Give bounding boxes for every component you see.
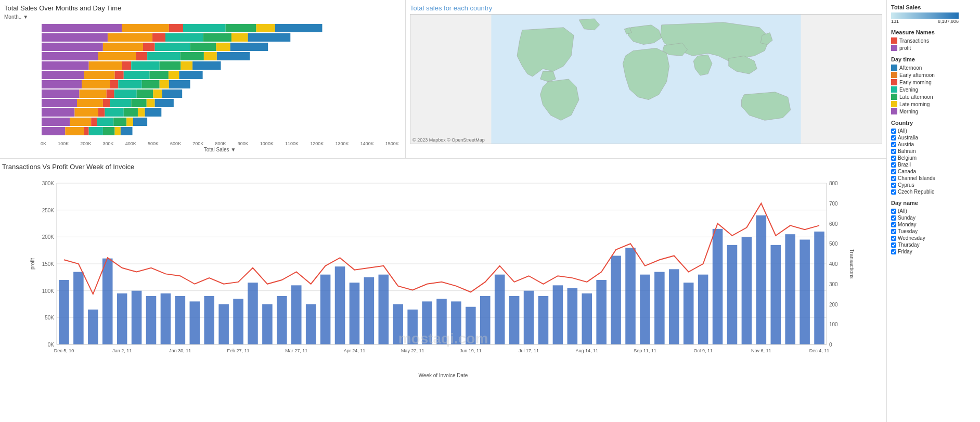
- day-name-checkbox-item: Sunday: [891, 215, 976, 221]
- day-time-label-item: Morning: [899, 109, 918, 114]
- day-time-items-list: AfternoonEarly afternoonEarly morningEve…: [891, 65, 976, 114]
- svg-text:100K: 100K: [42, 288, 55, 294]
- svg-rect-87: [133, 118, 147, 126]
- svg-rect-46: [169, 71, 179, 79]
- svg-rect-34: [89, 61, 122, 70]
- bar-chart-svg: NovemberDecemberOctoberSeptemberMayJuneM…: [42, 22, 395, 139]
- svg-rect-147: [684, 283, 694, 344]
- svg-rect-123: [335, 266, 345, 344]
- svg-rect-145: [654, 272, 665, 345]
- bar-axis-title[interactable]: Total Sales ▼: [4, 147, 399, 152]
- svg-rect-108: [117, 293, 127, 344]
- svg-rect-135: [509, 296, 520, 344]
- day-name-checkbox-item: Wednesday: [891, 235, 976, 241]
- svg-text:Dec 5, 10: Dec 5, 10: [54, 348, 74, 353]
- svg-rect-137: [538, 296, 549, 344]
- day-name-items-list: (All)SundayMondayTuesdayWednesdayThursda…: [891, 208, 976, 254]
- svg-rect-71: [155, 99, 174, 107]
- svg-text:700: 700: [829, 201, 838, 207]
- right-sidebar: Total Sales 131 8,187,806 Measure Names …: [886, 0, 980, 422]
- svg-text:Jun 19, 11: Jun 19, 11: [460, 348, 482, 353]
- country-checkbox[interactable]: [891, 169, 896, 174]
- svg-text:600: 600: [829, 221, 838, 227]
- day-time-legend-item: Evening: [891, 86, 976, 93]
- day-name-checkbox[interactable]: [891, 249, 896, 254]
- svg-rect-114: [204, 296, 214, 344]
- country-checkbox[interactable]: [891, 189, 896, 195]
- map-copyright: © 2023 Mapbox © OpenStreetMap: [412, 137, 485, 143]
- svg-rect-122: [320, 275, 331, 344]
- svg-rect-41: [42, 71, 84, 79]
- svg-text:500: 500: [829, 241, 838, 247]
- measure-items-list: Transactionsprofit: [891, 37, 976, 51]
- day-time-label-item: Early morning: [899, 80, 932, 85]
- svg-rect-21: [190, 43, 216, 51]
- day-name-checkbox[interactable]: [891, 242, 896, 248]
- svg-rect-142: [611, 256, 621, 345]
- country-name: Cyprus: [898, 182, 914, 188]
- day-time-legend-item: Early morning: [891, 79, 976, 85]
- day-name-checkbox[interactable]: [891, 236, 896, 241]
- svg-rect-77: [124, 108, 138, 117]
- svg-text:Sep 11, 11: Sep 11, 11: [634, 348, 656, 353]
- svg-rect-51: [110, 80, 118, 88]
- color-max: 8,187,806: [938, 19, 959, 24]
- svg-text:50K: 50K: [45, 315, 54, 321]
- bar-x-axis: 0K100K200K300K400K500K600K700K800K900K10…: [4, 141, 399, 146]
- svg-rect-140: [582, 293, 592, 344]
- day-name-section: Day name (All)SundayMondayTuesdayWednesd…: [891, 200, 976, 254]
- svg-rect-155: [800, 240, 810, 345]
- country-checkbox[interactable]: [891, 183, 896, 188]
- country-checkbox[interactable]: [891, 149, 896, 154]
- svg-rect-112: [175, 296, 186, 344]
- svg-rect-93: [103, 127, 115, 135]
- svg-rect-22: [216, 43, 230, 51]
- day-name-label: (All): [898, 208, 907, 214]
- svg-text:400: 400: [829, 261, 838, 267]
- svg-rect-90: [65, 127, 84, 135]
- svg-rect-62: [153, 89, 162, 98]
- country-name: Canada: [898, 169, 916, 174]
- country-checkbox[interactable]: [891, 129, 896, 134]
- svg-rect-94: [115, 127, 121, 135]
- svg-rect-69: [131, 99, 146, 107]
- country-checkbox-item: Cyprus: [891, 182, 976, 188]
- world-map-svg: [410, 15, 882, 144]
- bottom-chart-panel: Transactions Vs Profit Over Week of Invo…: [0, 159, 886, 422]
- day-time-legend-item: Early afternoon: [891, 72, 976, 78]
- svg-rect-50: [82, 80, 110, 88]
- day-name-checkbox[interactable]: [891, 222, 896, 227]
- svg-rect-7: [275, 24, 323, 32]
- country-checkbox[interactable]: [891, 135, 896, 140]
- day-name-checkbox[interactable]: [891, 209, 896, 214]
- country-checkbox-item: Australia: [891, 135, 976, 140]
- svg-rect-127: [393, 304, 403, 345]
- country-checkbox[interactable]: [891, 176, 896, 181]
- measure-legend-item: Transactions: [891, 37, 976, 44]
- country-checkbox-item: Canada: [891, 169, 976, 174]
- svg-rect-78: [138, 108, 145, 117]
- country-items-list: (All)AustraliaAustriaBahrainBelgiumBrazi…: [891, 128, 976, 195]
- country-checkbox[interactable]: [891, 142, 896, 147]
- map-area: © 2023 Mapbox © OpenStreetMap: [410, 14, 882, 144]
- svg-rect-79: [145, 108, 162, 117]
- day-name-checkbox[interactable]: [891, 229, 896, 234]
- country-checkbox[interactable]: [891, 162, 896, 168]
- bar-filter-label[interactable]: Month.. ▼: [4, 14, 399, 20]
- country-name: Bahrain: [898, 148, 915, 154]
- country-checkbox-item: Channel Islands: [891, 175, 976, 181]
- day-time-swatch: [891, 108, 897, 114]
- day-time-legend-item: Late morning: [891, 101, 976, 107]
- svg-rect-53: [142, 80, 160, 88]
- day-time-label-item: Evening: [899, 87, 918, 93]
- measure-label: profit: [899, 45, 911, 51]
- svg-rect-67: [103, 99, 110, 107]
- svg-rect-118: [262, 304, 273, 345]
- country-checkbox[interactable]: [891, 156, 896, 161]
- svg-text:Jul 17, 11: Jul 17, 11: [519, 348, 539, 353]
- svg-text:200K: 200K: [42, 234, 55, 240]
- svg-rect-120: [291, 285, 302, 344]
- day-name-checkbox[interactable]: [891, 215, 896, 221]
- svg-rect-59: [107, 89, 114, 98]
- svg-text:0: 0: [829, 342, 832, 348]
